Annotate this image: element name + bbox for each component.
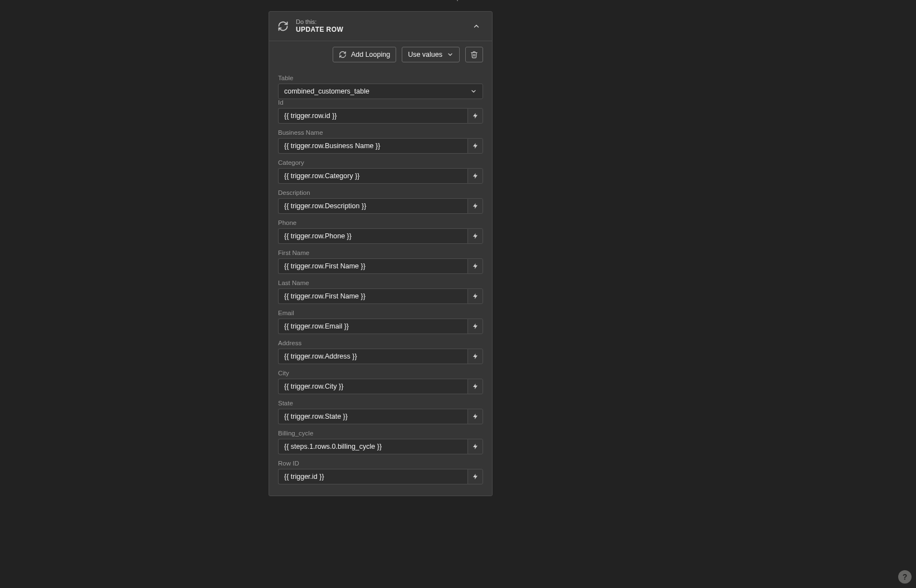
field-input[interactable]: {{ trigger.row.First Name }} (278, 258, 467, 274)
dynamic-value-button[interactable] (467, 439, 483, 454)
field-label: Category (278, 159, 483, 166)
mapped-field: Phone {{ trigger.row.Phone }} (278, 219, 483, 244)
help-icon: ? (903, 572, 908, 581)
field-input[interactable]: {{ trigger.row.State }} (278, 409, 467, 424)
panel-toolbar: Add Looping Use values (278, 47, 483, 69)
field-input[interactable]: {{ trigger.row.Phone }} (278, 228, 467, 244)
field-input[interactable]: {{ trigger.row.Business Name }} (278, 138, 467, 154)
field-label: Description (278, 189, 483, 196)
mapped-field: Billing_cycle {{ steps.1.rows.0.billing_… (278, 430, 483, 454)
mapped-field: Last Name {{ trigger.row.First Name }} (278, 280, 483, 304)
dynamic-value-button[interactable] (467, 198, 483, 214)
field-input[interactable]: {{ trigger.row.Email }} (278, 318, 467, 334)
field-label: Phone (278, 219, 483, 226)
dynamic-value-button[interactable] (467, 288, 483, 304)
table-field: Table combined_customers_table (278, 75, 483, 99)
lightning-icon (472, 262, 479, 270)
dynamic-value-button[interactable] (467, 138, 483, 154)
dynamic-value-button[interactable] (467, 469, 483, 484)
mapped-field: Address {{ trigger.row.Address }} (278, 340, 483, 364)
use-values-label: Use values (408, 51, 442, 58)
field-input[interactable]: {{ trigger.row.Category }} (278, 168, 467, 184)
trash-icon (470, 51, 478, 58)
field-input[interactable]: {{ steps.1.rows.0.billing_cycle }} (278, 439, 467, 454)
field-label: Business Name (278, 129, 483, 136)
refresh-icon (277, 20, 289, 32)
lightning-icon (472, 232, 479, 240)
use-values-dropdown[interactable]: Use values (402, 47, 460, 62)
loop-icon (339, 51, 347, 58)
lightning-icon (472, 292, 479, 300)
table-select[interactable]: combined_customers_table (278, 84, 483, 99)
panel-drag-handle[interactable]: ⋮ (454, 0, 462, 1)
action-step-panel: Do this: UPDATE ROW (269, 11, 493, 496)
chevron-down-icon (447, 51, 454, 58)
dynamic-value-button[interactable] (467, 379, 483, 394)
mapped-field: First Name {{ trigger.row.First Name }} (278, 249, 483, 274)
lightning-icon (472, 352, 479, 360)
header-title: UPDATE ROW (296, 26, 343, 33)
panel-header: Do this: UPDATE ROW (269, 12, 492, 41)
header-subtitle: Do this: (296, 18, 343, 26)
dynamic-value-button[interactable] (467, 318, 483, 334)
add-looping-label: Add Looping (351, 51, 390, 58)
mapped-field: Description {{ trigger.row.Description }… (278, 189, 483, 214)
help-button[interactable]: ? (898, 570, 912, 584)
lightning-icon (472, 413, 479, 420)
lightning-icon (472, 383, 479, 390)
delete-step-button[interactable] (465, 47, 483, 62)
field-input[interactable]: {{ trigger.row.id }} (278, 108, 467, 124)
mapped-field: Row ID {{ trigger.id }} (278, 460, 483, 484)
field-label: Email (278, 310, 483, 316)
mapped-field: Category {{ trigger.row.Category }} (278, 159, 483, 184)
add-looping-button[interactable]: Add Looping (333, 47, 396, 62)
table-select-value: combined_customers_table (284, 87, 369, 95)
chevron-up-icon (472, 22, 480, 30)
dynamic-value-button[interactable] (467, 258, 483, 274)
field-input[interactable]: {{ trigger.row.First Name }} (278, 288, 467, 304)
mapped-field: State {{ trigger.row.State }} (278, 400, 483, 424)
table-field-label: Table (278, 75, 483, 81)
dynamic-value-button[interactable] (467, 349, 483, 364)
mapped-field: Email {{ trigger.row.Email }} (278, 310, 483, 334)
lightning-icon (472, 202, 479, 210)
field-label: Last Name (278, 280, 483, 286)
field-input[interactable]: {{ trigger.row.Address }} (278, 349, 467, 364)
field-input[interactable]: {{ trigger.row.Description }} (278, 198, 467, 214)
dynamic-value-button[interactable] (467, 108, 483, 124)
lightning-icon (472, 142, 479, 150)
field-label: State (278, 400, 483, 406)
field-label: Billing_cycle (278, 430, 483, 437)
chevron-down-icon (470, 88, 477, 95)
mapped-field: Business Name {{ trigger.row.Business Na… (278, 129, 483, 154)
field-label: Row ID (278, 460, 483, 467)
dynamic-value-button[interactable] (467, 168, 483, 184)
field-label: First Name (278, 249, 483, 256)
mapped-field: Id {{ trigger.row.id }} (278, 99, 483, 124)
dynamic-value-button[interactable] (467, 228, 483, 244)
lightning-icon (472, 112, 479, 120)
lightning-icon (472, 473, 479, 481)
field-input[interactable]: {{ trigger.row.City }} (278, 379, 467, 394)
collapse-button[interactable] (470, 19, 483, 33)
field-label: Address (278, 340, 483, 346)
lightning-icon (472, 443, 479, 450)
field-label: City (278, 370, 483, 376)
mapped-field: City {{ trigger.row.City }} (278, 370, 483, 394)
dynamic-value-button[interactable] (467, 409, 483, 424)
lightning-icon (472, 322, 479, 330)
field-input[interactable]: {{ trigger.id }} (278, 469, 467, 484)
field-label: Id (278, 99, 483, 106)
lightning-icon (472, 172, 479, 180)
